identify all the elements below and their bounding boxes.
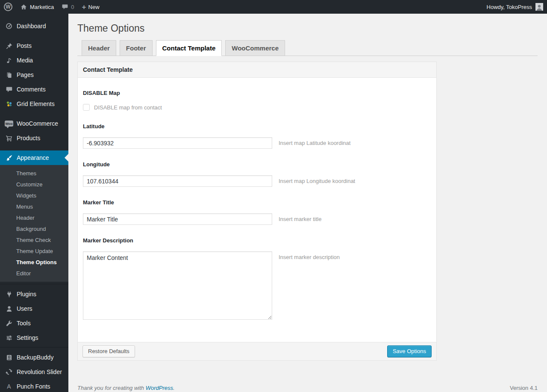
sidebar-item-label: Grid Elements (17, 100, 55, 107)
howdy-label: Howdy, TokoPress (487, 4, 532, 10)
sidebar-item-label: Dashboard (17, 23, 46, 29)
user-icon (5, 304, 13, 313)
new-content-menu[interactable]: + New (78, 0, 103, 14)
tab-bar: Header Footer Contact Template WooCommer… (77, 40, 538, 56)
sidebar-item-backupbuddy[interactable]: BackupBuddy (0, 350, 68, 365)
dashboard-gauge-icon (5, 22, 13, 30)
save-options-button[interactable]: Save Options (387, 345, 432, 357)
disable-map-checkbox[interactable] (83, 104, 90, 111)
marker-description-textarea[interactable]: Marker Content (83, 251, 272, 320)
paintbrush-icon (5, 153, 13, 162)
admin-menu-sidebar: Dashboard Posts Media Pages Comments Gri… (0, 14, 68, 392)
tab-contact-template[interactable]: Contact Template (156, 40, 222, 56)
panel-body: DISABLE Map DISABLE map from contact Lat… (78, 78, 436, 342)
menu-separator (0, 345, 68, 350)
plus-icon: + (82, 3, 86, 11)
disable-map-label: DISABLE Map (83, 90, 431, 96)
admin-bar-left: W Marketica 0 + New (0, 0, 103, 14)
sidebar-item-users[interactable]: Users (0, 301, 68, 316)
sidebar-item-label: Products (17, 135, 40, 141)
admin-bar: W Marketica 0 + New Howdy, TokoPress (0, 0, 547, 14)
tab-woocommerce[interactable]: WooCommerce (225, 40, 285, 56)
comment-count-badge: 0 (71, 4, 74, 10)
wrench-icon (5, 319, 13, 327)
my-account-menu[interactable]: Howdy, TokoPress (487, 0, 547, 14)
wordpress-link[interactable]: WordPress (146, 385, 173, 391)
panel-footer: Restore Defaults Save Options (78, 342, 436, 360)
sidebar-item-label: Appearance (17, 154, 49, 161)
pushpin-icon (5, 41, 13, 50)
home-icon (20, 3, 27, 11)
marker-description-label: Marker Description (83, 237, 431, 244)
sidebar-item-posts[interactable]: Posts (0, 38, 68, 53)
menu-separator (0, 111, 68, 116)
tab-footer[interactable]: Footer (120, 40, 153, 56)
sidebar-item-woocommerce[interactable]: Woo WooCommerce (0, 116, 68, 131)
marker-description-hint: Insert marker description (279, 254, 340, 260)
submenu-item-customize[interactable]: Customize (0, 179, 68, 190)
sidebar-item-dashboard[interactable]: Dashboard (0, 19, 68, 33)
avatar (535, 3, 543, 11)
sidebar-item-comments[interactable]: Comments (0, 82, 68, 97)
sidebar-item-products[interactable]: Products (0, 131, 68, 145)
submenu-item-menus[interactable]: Menus (0, 201, 68, 212)
sidebar-item-label: Comments (17, 86, 46, 93)
submenu-item-theme-check[interactable]: Theme Check (0, 235, 68, 246)
comment-bubble-icon (62, 3, 68, 10)
sidebar-item-settings[interactable]: Settings (0, 330, 68, 345)
submenu-item-widgets[interactable]: Widgets (0, 190, 68, 201)
menu-separator (0, 282, 68, 287)
sidebar-item-label: Users (17, 305, 32, 312)
menu-separator (0, 145, 68, 150)
music-note-icon (5, 56, 13, 65)
page-footer: Thank you for creating with WordPress. V… (77, 385, 538, 391)
sidebar-item-plugins[interactable]: Plugins (0, 287, 68, 301)
sidebar-item-tools[interactable]: Tools (0, 316, 68, 330)
disable-map-field-group: DISABLE Map DISABLE map from contact (83, 90, 431, 111)
grid-elements-color-icon (5, 100, 13, 108)
sidebar-item-label: Settings (17, 334, 38, 341)
submenu-item-themes[interactable]: Themes (0, 168, 68, 179)
panel-title: Contact Template (78, 62, 436, 78)
submenu-item-theme-update[interactable]: Theme Update (0, 246, 68, 257)
contact-template-panel: Contact Template DISABLE Map DISABLE map… (77, 62, 437, 361)
sidebar-item-pages[interactable]: Pages (0, 68, 68, 82)
pages-icon (5, 71, 13, 79)
latitude-label: Latitude (83, 123, 431, 130)
page-title: Theme Options (77, 22, 538, 35)
marker-title-row: Insert marker title (83, 213, 431, 225)
site-name-link[interactable]: Marketica (16, 0, 58, 14)
sidebar-item-grid-elements[interactable]: Grid Elements (0, 97, 68, 111)
sidebar-item-label: Tools (17, 320, 31, 327)
site-name-label: Marketica (30, 4, 54, 10)
restore-defaults-button[interactable]: Restore Defaults (82, 345, 135, 357)
footer-thanks-text: Thank you for creating with WordPress. (77, 385, 175, 391)
longitude-input[interactable] (83, 175, 272, 187)
refresh-arrows-icon (5, 368, 13, 376)
latitude-input[interactable] (83, 137, 272, 149)
marker-title-input[interactable] (83, 213, 272, 225)
tab-header[interactable]: Header (82, 40, 116, 56)
longitude-hint: Insert map Longitude koordinat (279, 178, 355, 184)
comments-moderation-link[interactable]: 0 (58, 0, 78, 14)
sidebar-item-media[interactable]: Media (0, 53, 68, 68)
sidebar-item-revolution-slider[interactable]: Revolution Slider (0, 365, 68, 379)
submenu-item-theme-options[interactable]: Theme Options (0, 257, 68, 268)
marker-description-row: Marker Content Insert marker description (83, 251, 431, 320)
sidebar-item-punch-fonts[interactable]: A Punch Fonts (0, 379, 68, 392)
submenu-item-background[interactable]: Background (0, 224, 68, 235)
wordpress-logo-menu[interactable]: W (0, 0, 16, 14)
backup-drive-icon (5, 353, 13, 362)
submenu-item-editor[interactable]: Editor (0, 268, 68, 279)
sidebar-item-label: Posts (17, 42, 32, 49)
comment-bubble-icon (5, 85, 13, 94)
sidebar-item-appearance[interactable]: Appearance (0, 150, 68, 165)
menu-separator (0, 33, 68, 38)
disable-map-row: DISABLE map from contact (83, 104, 431, 111)
letter-a-icon: A (5, 382, 13, 391)
marker-description-field-group: Marker Description Marker Content Insert… (83, 237, 431, 320)
sidebar-item-label: WooCommerce (17, 120, 58, 127)
woo-badge-icon: Woo (5, 119, 13, 128)
plug-icon (5, 290, 13, 298)
submenu-item-header[interactable]: Header (0, 212, 68, 224)
